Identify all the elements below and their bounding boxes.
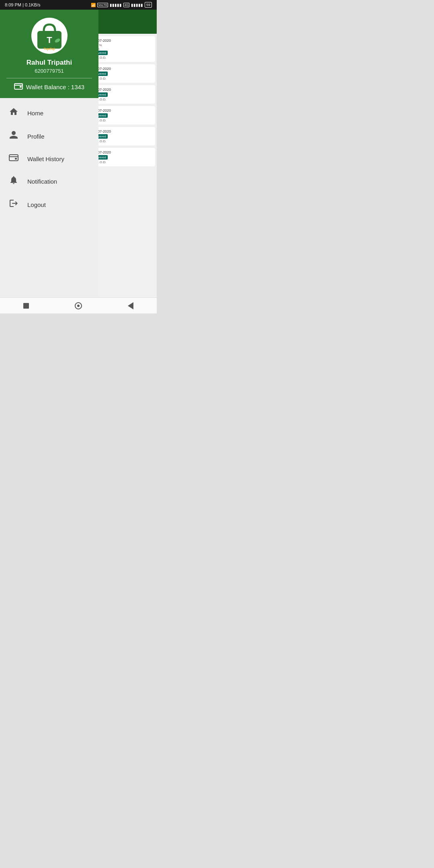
drawer-nav: Home Profile Wallet Hi: [0, 98, 98, 297]
header-divider: [6, 78, 92, 78]
wifi-icon: 📶: [91, 3, 96, 7]
nav-wallet-history-label: Wallet History: [27, 156, 64, 162]
wallet-balance-row: Wallet Balance : 1343: [14, 82, 84, 92]
svg-text:T: T: [47, 35, 52, 45]
wallet-icon: [14, 82, 23, 92]
nav-item-wallet-history[interactable]: Wallet History: [0, 148, 98, 170]
signal-icon: ▮▮▮▮▮: [110, 3, 122, 7]
svg-rect-6: [9, 155, 18, 161]
nav-item-notification[interactable]: Notification: [0, 170, 98, 193]
battery-indicator: 59: [145, 2, 152, 8]
bottom-nav-bar: [0, 297, 157, 313]
svg-rect-5: [20, 86, 22, 88]
bg-order-item-2: -07-2020 vered C.O.D.: [94, 64, 155, 83]
4g-icon: 4G: [123, 3, 129, 7]
square-icon: [23, 303, 29, 309]
nav-item-profile[interactable]: Profile: [0, 125, 98, 148]
nav-logout-label: Logout: [27, 201, 46, 208]
bg-order-item-1: -07-2020 s %% vered C.O.D.: [94, 36, 155, 62]
bg-order-item-3: -07-2020 vered C.O.D.: [94, 85, 155, 104]
user-phone: 6200779751: [35, 68, 63, 74]
recent-apps-button[interactable]: [22, 302, 30, 310]
bg-order-item-5: -07-2020 vered C.O.D.: [94, 127, 155, 145]
home-icon: [8, 107, 19, 119]
logo-circle: T TajaTaji: [31, 18, 68, 54]
drawer-header: T TajaTaji Rahul Tripathi 6200779751: [0, 10, 98, 98]
notification-icon: [8, 175, 19, 187]
wallet-balance-text: Wallet Balance : 1343: [26, 84, 84, 90]
profile-icon: [8, 130, 19, 142]
nav-home-label: Home: [27, 110, 43, 117]
nav-item-logout[interactable]: Logout: [0, 193, 98, 216]
status-icons: 📶 VoLTE ▮▮▮▮▮ 4G ▮▮▮▮▮ 59: [91, 2, 152, 8]
user-name: Rahul Tripathi: [27, 59, 72, 67]
bg-header: [92, 10, 157, 34]
nav-item-home[interactable]: Home: [0, 101, 98, 125]
logo-svg: T TajaTaji: [33, 20, 66, 52]
svg-rect-7: [15, 158, 17, 160]
back-icon: [128, 302, 133, 309]
navigation-drawer: T TajaTaji Rahul Tripathi 6200779751: [0, 10, 98, 297]
status-time: 8:09 PM | 0.1KB/s: [5, 2, 40, 7]
back-button[interactable]: [127, 302, 135, 310]
signal2-icon: ▮▮▮▮▮: [131, 3, 143, 7]
nav-notification-label: Notification: [27, 178, 57, 185]
status-bar: 8:09 PM | 0.1KB/s 📶 VoLTE ▮▮▮▮▮ 4G ▮▮▮▮▮…: [0, 0, 157, 10]
bg-order-item-4: -07-2020 vered C.O.D.: [94, 106, 155, 125]
svg-text:TajaTaji: TajaTaji: [43, 47, 55, 51]
logout-icon: [8, 199, 19, 211]
background-orders: -07-2020 s %% vered C.O.D. -07-2020 vere…: [92, 10, 157, 297]
app-container: -07-2020 s %% vered C.O.D. -07-2020 vere…: [0, 10, 157, 297]
home-button[interactable]: [74, 302, 82, 310]
circle-icon: [75, 302, 82, 309]
nav-profile-label: Profile: [27, 133, 45, 140]
volte-icon: VoLTE: [97, 3, 108, 7]
wallet-history-icon: [8, 154, 19, 164]
bg-order-item-6: -07-2020 vered C.O.D.: [94, 148, 155, 166]
